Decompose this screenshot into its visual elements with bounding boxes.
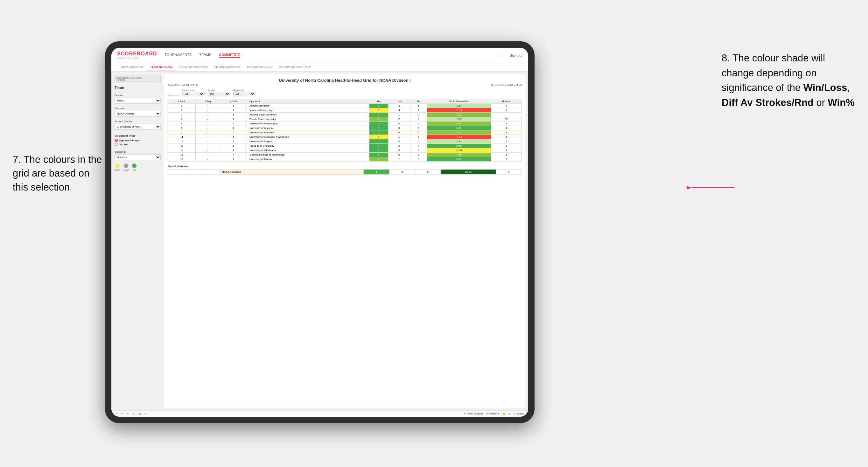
sub-nav: TEAM SUMMARY TEAM H2H GRID TEAM H2H HEAT… xyxy=(111,63,528,71)
toolbar-view[interactable]: 👁 View: Original xyxy=(464,412,483,415)
cell-rank: 6 xyxy=(168,117,196,122)
annotation-left-number: 7. xyxy=(13,154,21,165)
cell-rank: 3 xyxy=(168,108,196,113)
sub-nav-player-h2h-grid[interactable]: PLAYER H2H GRID xyxy=(244,63,276,71)
sidebar-school-label: School (Rank) xyxy=(115,120,161,123)
cell-diff: 1.67 xyxy=(427,104,491,108)
region-label: Region xyxy=(208,89,230,91)
radio-opponents-played[interactable]: Opponents Played xyxy=(115,139,161,142)
toolbar-undo[interactable]: ↩ xyxy=(116,412,118,415)
out-of-division-row: NCAA Division II 1 0 0 26.00 3 xyxy=(168,169,522,175)
cell-reg: - xyxy=(196,144,220,148)
cell-opponent: Florida State University xyxy=(247,117,369,122)
cell-rank: 10 xyxy=(168,130,196,135)
sign-out-btn[interactable]: Sign out xyxy=(510,54,523,57)
last-updated-time: 16:55:38 xyxy=(117,79,159,81)
cell-win: 0 xyxy=(369,108,388,113)
toolbar-back[interactable]: ↶ xyxy=(127,412,129,415)
cell-opponent: University of Alabama xyxy=(247,130,369,135)
cell-rounds: 12 xyxy=(491,117,522,122)
cell-conf: 2 xyxy=(220,108,247,113)
sidebar-colour-section: Colour by Win/loss xyxy=(115,151,161,160)
cell-reg: - xyxy=(196,157,220,162)
toolbar-thumbsup[interactable]: 👍 xyxy=(502,412,505,415)
cell-diff: -1.00 xyxy=(427,148,491,153)
legend-up-dot xyxy=(132,163,136,168)
page-background: 7. The colours in the grid are based on … xyxy=(0,0,868,467)
annot-right-num: 8. xyxy=(722,53,730,64)
sub-nav-team-h2h-heatmap[interactable]: TEAM H2H HEATMAP xyxy=(176,63,211,71)
sub-nav-team-h2h-grid[interactable]: TEAM H2H GRID xyxy=(147,63,176,71)
region-select[interactable]: (All) xyxy=(208,92,230,96)
sidebar-division-select[interactable]: NCAA Division I xyxy=(115,111,161,117)
sub-nav-player-h2h-heatmap[interactable]: PLAYER H2H HEATMAP xyxy=(276,63,314,71)
pipe-separator: | xyxy=(501,54,502,57)
cell-tie: 0 xyxy=(410,148,427,153)
cell-diff: 1.83 xyxy=(427,117,491,122)
cell-rounds: 3 xyxy=(491,139,522,144)
sub-nav-player-summary[interactable]: PLAYER SUMMARY xyxy=(211,63,244,71)
cell-rounds: 8 xyxy=(491,108,522,113)
cell-win: 1 xyxy=(369,126,388,130)
table-row: 4 - 1 Arizona State University 5 1 0 2.2… xyxy=(168,113,522,117)
toolbar-copy[interactable]: ⬜ xyxy=(132,412,135,415)
nav-tournaments[interactable]: TOURNAMENTS xyxy=(165,53,192,58)
col-opponent: Opponent xyxy=(247,99,369,104)
cell-opponent: Texas Tech University xyxy=(247,144,369,148)
share-icon: ⬆ xyxy=(514,412,516,415)
cell-rank: 8 xyxy=(168,122,196,126)
conference-select[interactable]: (All) xyxy=(182,92,205,96)
toolbar-clock[interactable]: ⏱ xyxy=(144,412,147,415)
cell-reg: - xyxy=(196,139,220,144)
region-filter: Region (All) xyxy=(208,89,230,96)
cell-rounds: 9 xyxy=(491,153,522,157)
table-row: 12 - 3 University of Virginia 1 0 0 2.33… xyxy=(168,139,522,144)
toolbar-redo[interactable]: ↪ xyxy=(121,412,123,415)
logo-area: SCOREBOARD Powered by clippd xyxy=(117,51,157,60)
cell-reg: - xyxy=(196,126,220,130)
sidebar-gender-select[interactable]: Men's xyxy=(115,98,161,104)
toolbar-watch[interactable]: 👁 Watch ▾ xyxy=(486,412,499,415)
cell-rank: 2 xyxy=(168,104,196,108)
table-row: 13 - 1 Texas Tech University 3 0 0 5.56 … xyxy=(168,144,522,148)
annotation-left: 7. The colours in the grid are based on … xyxy=(13,153,105,194)
cell-tie: 0 xyxy=(410,126,427,130)
cell-rank: 4 xyxy=(168,113,196,117)
view-label: View: Original xyxy=(467,412,483,415)
radio-top100[interactable]: Top 100 xyxy=(115,143,161,146)
cell-rank: 11 xyxy=(168,135,196,139)
cell-opponent: Auburn University xyxy=(247,104,369,108)
cell-opponent: University of Florida xyxy=(247,157,369,162)
sub-nav-team-summary[interactable]: TEAM SUMMARY xyxy=(117,63,147,71)
sidebar-colour-select[interactable]: Win/loss xyxy=(115,154,161,160)
cell-win: 5 xyxy=(369,113,388,117)
opponent-select[interactable]: (All) xyxy=(233,92,255,96)
cell-tie: 0 xyxy=(410,108,427,113)
cell-tie: 0 xyxy=(410,139,427,144)
cell-opponent: University of Arkansas, Fayetteville xyxy=(247,135,369,139)
annot-bold2: Diff Av Strokes/Rnd xyxy=(722,97,814,108)
toolbar-paste[interactable]: ▤ xyxy=(138,412,141,415)
toolbar-share[interactable]: ⬆ Share xyxy=(514,412,524,415)
table-row: 8 - 2 University of Washington 1 0 0 3.6… xyxy=(168,122,522,126)
legend-down-dot xyxy=(115,163,120,168)
nav-teams[interactable]: TEAMS xyxy=(199,53,211,58)
cell-opponent: University of Virginia xyxy=(247,139,369,144)
cell-diff: 3.67 xyxy=(427,122,491,126)
table-row: 6 - 2 Florida State University 4 2 0 1.8… xyxy=(168,117,522,122)
annot-bold3: Win% xyxy=(828,97,855,108)
cell-diff: -2.29 xyxy=(427,108,491,113)
legend-level-dot xyxy=(124,163,128,168)
filters-row: Opponents: Conference (All) Region (All)… xyxy=(168,89,522,96)
col-diff: Diff Av Strokes/Rnd xyxy=(427,99,491,104)
sidebar: Last Updated: 27/03/2024 16:55:38 Team G… xyxy=(111,71,164,410)
sidebar-school-select[interactable]: 1. University of Nort... xyxy=(115,124,161,130)
legend-down-label: Down xyxy=(115,169,120,171)
cell-win: 3 xyxy=(369,130,388,135)
toolbar-grid-icon[interactable]: ⊞ xyxy=(508,412,511,415)
sidebar-gender-label: Gender xyxy=(115,94,161,97)
sidebar-opponent-view-section: Opponent View Opponents Played Top 100 xyxy=(115,134,161,146)
overall-record: Overall Record: 89 - 17 - 0 xyxy=(168,84,197,87)
cell-loss: 0 xyxy=(388,153,410,157)
nav-committee[interactable]: COMMITTEE xyxy=(219,53,240,58)
